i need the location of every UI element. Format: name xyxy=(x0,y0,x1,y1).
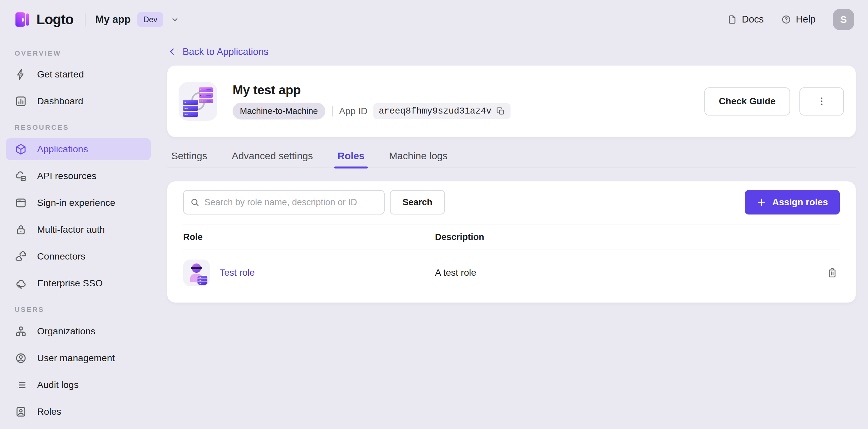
bar-chart-icon xyxy=(14,95,27,107)
tenant-name: My app xyxy=(95,13,131,26)
sidebar-item-dashboard[interactable]: Dashboard xyxy=(6,90,151,112)
connectors-icon xyxy=(14,250,27,263)
app-id-pill: areeq8fhmy9szud31az4v xyxy=(373,103,510,119)
app-detail-tabs: Settings Advanced settings Roles Machine… xyxy=(167,150,856,168)
logto-brand-link[interactable]: Logto xyxy=(13,11,73,28)
env-badge: Dev xyxy=(137,12,163,27)
role-name-link[interactable]: Test role xyxy=(220,267,255,278)
document-icon xyxy=(727,14,738,25)
help-circle-icon xyxy=(781,14,792,25)
assign-roles-button[interactable]: Assign roles xyxy=(745,190,840,214)
delete-role-button[interactable] xyxy=(825,265,840,280)
sidebar-item-label: Organizations xyxy=(37,326,95,337)
sidebar: OVERVIEW Get started Dashboard RESOURCES… xyxy=(0,39,157,429)
roles-table: Role Description xyxy=(183,224,840,286)
user-circle-icon xyxy=(14,352,27,364)
sidebar-item-organizations[interactable]: Organizations xyxy=(6,320,151,342)
sidebar-item-label: Connectors xyxy=(37,251,86,262)
help-label: Help xyxy=(796,14,816,25)
row-actions xyxy=(817,265,840,280)
sidebar-item-label: Dashboard xyxy=(37,96,83,107)
user-avatar[interactable]: S xyxy=(833,9,854,30)
brand-wordmark: Logto xyxy=(36,11,73,28)
sidebar-item-label: Sign-in experience xyxy=(37,197,115,208)
plus-icon xyxy=(757,197,767,207)
sidebar-item-label: Applications xyxy=(37,144,88,155)
avatar-initial: S xyxy=(840,14,847,25)
sidebar-item-roles[interactable]: Roles xyxy=(6,400,151,423)
role-cell: Test role xyxy=(183,260,435,286)
copy-icon[interactable] xyxy=(496,107,505,116)
role-description: A test role xyxy=(435,267,817,278)
logto-logo-icon xyxy=(13,11,30,28)
app-info: My test app Machine-to-Machine App ID ar… xyxy=(232,83,510,120)
sidebar-item-multi-factor-auth[interactable]: Multi-factor auth xyxy=(6,219,151,241)
cube-icon xyxy=(14,143,27,156)
lightning-icon xyxy=(14,68,27,81)
roles-table-header: Role Description xyxy=(183,224,840,250)
app-id-label: App ID xyxy=(339,106,368,117)
check-guide-button[interactable]: Check Guide xyxy=(704,88,790,116)
lock-icon xyxy=(14,224,27,236)
cloud-database-icon xyxy=(14,170,27,183)
sidebar-item-connectors[interactable]: Connectors xyxy=(6,245,151,267)
topbar-divider xyxy=(85,12,86,27)
cloud-key-icon xyxy=(14,277,27,290)
sidebar-item-user-management[interactable]: User management xyxy=(6,347,151,369)
sidebar-item-applications[interactable]: Applications xyxy=(6,138,151,160)
app-type-badge: Machine-to-Machine xyxy=(232,103,326,120)
app-meta-row: Machine-to-Machine App ID areeq8fhmy9szu… xyxy=(232,103,510,120)
trash-icon xyxy=(827,267,838,278)
sidebar-item-audit-logs[interactable]: Audit logs xyxy=(6,374,151,396)
tab-roles[interactable]: Roles xyxy=(338,150,365,167)
role-avatar-icon xyxy=(183,260,210,286)
sidebar-item-label: Multi-factor auth xyxy=(37,224,105,235)
search-input[interactable] xyxy=(183,190,385,214)
assign-roles-label: Assign roles xyxy=(772,197,828,207)
docs-button[interactable]: Docs xyxy=(727,14,764,25)
roles-panel-card: Search Assign roles Role Description xyxy=(167,182,856,302)
sidebar-item-get-started[interactable]: Get started xyxy=(6,63,151,86)
back-to-applications-link[interactable]: Back to Applications xyxy=(167,44,269,59)
kebab-menu-icon xyxy=(816,96,827,107)
search-field-wrap xyxy=(183,190,385,214)
roles-toolbar: Search Assign roles xyxy=(183,190,840,214)
search-button[interactable]: Search xyxy=(390,190,445,214)
tenant-selector[interactable]: My app Dev xyxy=(95,12,180,27)
sidebar-item-sign-in-experience[interactable]: Sign-in experience xyxy=(6,192,151,214)
chevron-left-icon xyxy=(167,47,177,57)
main-content: Back to Applications xyxy=(157,39,868,429)
org-chart-icon xyxy=(14,325,27,338)
sidebar-section-users: USERS xyxy=(6,305,151,314)
sidebar-section-overview: OVERVIEW xyxy=(6,49,151,57)
tab-settings[interactable]: Settings xyxy=(171,150,207,167)
column-header-role: Role xyxy=(183,232,435,242)
id-card-icon xyxy=(14,405,27,418)
help-button[interactable]: Help xyxy=(781,14,816,25)
meta-divider xyxy=(332,106,333,117)
sidebar-item-label: API resources xyxy=(37,170,96,182)
table-row[interactable]: Test role A test role xyxy=(183,250,840,286)
docs-label: Docs xyxy=(742,14,764,25)
browser-window-icon xyxy=(14,197,27,209)
sidebar-item-label: Roles xyxy=(37,406,61,417)
sidebar-item-label: Audit logs xyxy=(37,380,79,390)
topbar: Logto My app Dev Docs xyxy=(0,0,868,39)
back-link-label: Back to Applications xyxy=(183,46,269,57)
tab-advanced-settings[interactable]: Advanced settings xyxy=(231,150,313,167)
sidebar-item-api-resources[interactable]: API resources xyxy=(6,165,151,187)
list-icon xyxy=(14,379,27,391)
sidebar-section-resources: RESOURCES xyxy=(6,124,151,131)
sidebar-item-label: Enterprise SSO xyxy=(37,278,103,289)
app-title: My test app xyxy=(232,83,510,97)
column-header-description: Description xyxy=(435,232,817,242)
tab-machine-logs[interactable]: Machine logs xyxy=(389,150,447,167)
app-header-actions: Check Guide xyxy=(704,88,844,116)
sidebar-item-label: Get started xyxy=(37,69,84,80)
app-header-card: My test app Machine-to-Machine App ID ar… xyxy=(167,66,856,137)
app-id-value: areeq8fhmy9szud31az4v xyxy=(379,106,491,116)
sidebar-item-enterprise-sso[interactable]: Enterprise SSO xyxy=(6,272,151,294)
topbar-right: Docs Help S xyxy=(727,9,854,30)
more-actions-button[interactable] xyxy=(799,88,844,116)
sidebar-item-label: User management xyxy=(37,353,115,363)
